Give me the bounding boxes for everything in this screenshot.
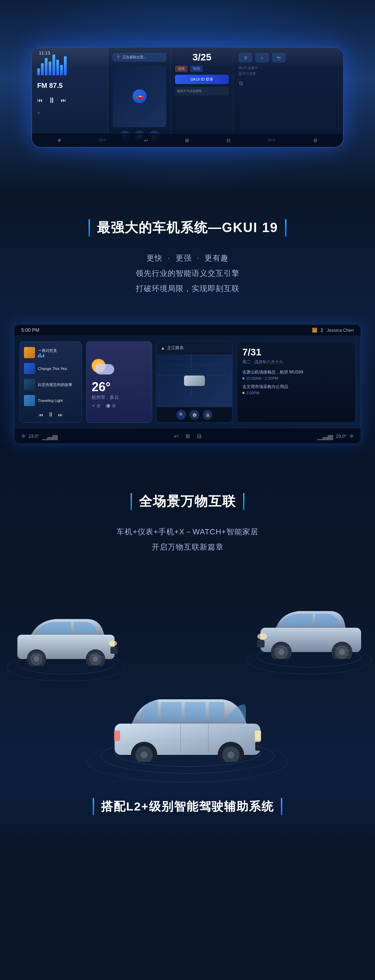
eq-bar-2: [41, 63, 44, 75]
apps-nav-icon[interactable]: ⊟: [197, 433, 202, 439]
calendar-card: 7/31 周二 戊戌年六月十八 去萧山机场接杨总，航班 MUS99 10:00A…: [237, 341, 356, 423]
user-name: Jessica Chen: [327, 328, 354, 333]
calendar-date: 7/31: [242, 347, 350, 358]
eq-bar-4: [49, 62, 51, 75]
nav-bottom-controls: 🔍 🏠 🔒: [157, 407, 232, 422]
temp-left: 23.0°: [29, 434, 39, 439]
section-cars: [0, 582, 375, 784]
social-row: 视频 快讯: [175, 66, 229, 72]
eq-bar-6: [56, 60, 59, 75]
ui-main-area: 一再问究竟 Change This Yea: [14, 336, 361, 428]
fan-slider[interactable]: ▁▃▅: [42, 432, 58, 440]
event-1-time: 10:00AM - 2:30PM: [242, 376, 350, 380]
wind-icon: 💨: [106, 404, 110, 408]
signal-wave-c-3: [87, 741, 288, 782]
track-4[interactable]: Traveling Light: [24, 394, 78, 407]
nav-lock-btn[interactable]: 🔒: [203, 410, 213, 420]
track-2[interactable]: Change This Yea: [24, 362, 78, 375]
signal-wave-left-2: [7, 654, 125, 681]
track-thumb-1: [24, 347, 35, 358]
home-nav-icon[interactable]: ⊞: [186, 433, 190, 439]
iot-desc-line2: 开启万物互联新篇章: [14, 539, 361, 555]
music-play[interactable]: ⏸: [48, 411, 54, 418]
ui-time: 5:00 PM: [21, 327, 39, 333]
music-prev[interactable]: ⏮: [38, 412, 43, 418]
temp-right: 23.0°: [336, 434, 346, 439]
section-title: 最强大的车机系统—GKUI 19: [14, 219, 361, 237]
svg-rect-33: [255, 730, 261, 741]
right-info: Wi-Fi 连接中 蓝牙已连接 ⚙: [238, 65, 338, 88]
svg-point-20: [257, 633, 267, 640]
prev-button[interactable]: ⏮: [37, 97, 43, 103]
nav-search-btn[interactable]: 🔍: [176, 410, 186, 420]
nav-header: ▲ 之江路东: [157, 342, 232, 354]
event-2-dot: [242, 392, 245, 394]
weekday: 周二: [242, 360, 251, 364]
car-right: [250, 600, 368, 660]
track-3[interactable]: 比悲伤更悲伤的故事: [24, 378, 78, 391]
weather-sun: [92, 355, 113, 376]
iot-description: 车机+仪表+手机+X－WATCH+智能家居 开启万物互联新篇章: [14, 524, 361, 555]
title-bar-left: [89, 219, 90, 237]
track-info-4: Traveling Light: [38, 398, 78, 402]
wifi-icon: 📶: [312, 328, 317, 333]
nav-home-btn[interactable]: 🏠: [189, 410, 199, 420]
settings-right-icon[interactable]: ⚙: [313, 138, 318, 143]
nav-location: 📍 正在获取位置...: [113, 53, 166, 62]
iot-desc-line1: 车机+仪表+手机+X－WATCH+智能家居: [14, 524, 361, 539]
eq-bar-7: [60, 65, 63, 75]
teq-3: [41, 355, 42, 358]
weather-temperature: 26°: [92, 380, 146, 394]
svg-rect-12: [110, 647, 118, 654]
track-eq-1: [38, 353, 78, 358]
shortcut-2[interactable]: ♪: [255, 53, 269, 62]
weather-info: 最新天气信息获取: [175, 87, 229, 95]
dashboard-time: 11:13: [39, 50, 50, 56]
driving-bar-left: [93, 798, 94, 815]
air-label: 优: [97, 403, 100, 409]
track-thumb-4: [24, 395, 35, 406]
svg-rect-32: [114, 730, 120, 741]
login-button[interactable]: GKUI ID 登录: [175, 75, 229, 84]
event-2-title: 去文用市场采购办公用品: [242, 384, 350, 390]
signal-wave-right-2: [246, 646, 372, 674]
location-icon: 📍: [116, 55, 121, 60]
back-icon[interactable]: ↩: [144, 138, 148, 143]
music-card: 一再问究竟 Change This Yea: [19, 341, 82, 423]
map-lines: [157, 354, 226, 396]
center-panel: 3/25 视频 快讯 GKUI ID 登录 最新天气信息获取: [171, 48, 234, 147]
weather-icon-area: [92, 355, 146, 376]
eq-bar-1: [37, 68, 40, 75]
next-button[interactable]: ⏭: [61, 97, 66, 103]
eq-bar-8: [64, 56, 67, 75]
wind-label: 强: [112, 403, 116, 409]
home-icon[interactable]: ⊞: [185, 138, 189, 143]
event-2-time: 3:00PM: [242, 391, 350, 395]
social-label-1: 视频: [175, 66, 188, 72]
back-nav-icon[interactable]: ↩: [174, 433, 178, 439]
music-next[interactable]: ⏭: [58, 412, 63, 418]
event-1: 去萧山机场接杨总，航班 MUS99 10:00AM - 2:30PM: [242, 369, 350, 380]
shortcut-1[interactable]: ☰: [238, 53, 253, 62]
svg-rect-25: [209, 702, 224, 721]
settings-icon[interactable]: ❄: [57, 138, 62, 143]
wind-stat: 💨 强: [106, 403, 116, 409]
ui-top-right: 📶 ₿ Jessica Chen: [312, 328, 354, 333]
play-button[interactable]: ⏸: [48, 96, 56, 105]
event-1-title: 去萧山机场接杨总，航班 MUS99: [242, 369, 350, 375]
eq-bar-5: [52, 54, 55, 75]
apps-icon[interactable]: ⊟: [226, 138, 230, 143]
teq-1: [38, 355, 39, 358]
nav-destination: 之江路东: [167, 345, 184, 351]
dashboard-screen-wrapper: 11:13 FM 87.5 ⏮ ⏸ ⏭: [31, 47, 344, 158]
desc-line3: 打破环境局限，实现即刻互联: [14, 281, 361, 296]
fan-slider-right[interactable]: ▁▃▅: [317, 432, 333, 440]
track-1[interactable]: 一再问究竟: [24, 346, 78, 360]
air-quality: ☀ 优: [92, 403, 100, 409]
music-controls: ⏮ ⏸ ⏭: [24, 411, 78, 418]
track-thumb-3: [24, 379, 35, 390]
shortcut-3[interactable]: 📷: [272, 53, 286, 62]
svg-point-11: [109, 641, 117, 646]
svg-rect-21: [257, 640, 265, 648]
nav-panel: 📍 正在获取位置... 🚗 🔍 🏠 🔒: [108, 48, 171, 147]
